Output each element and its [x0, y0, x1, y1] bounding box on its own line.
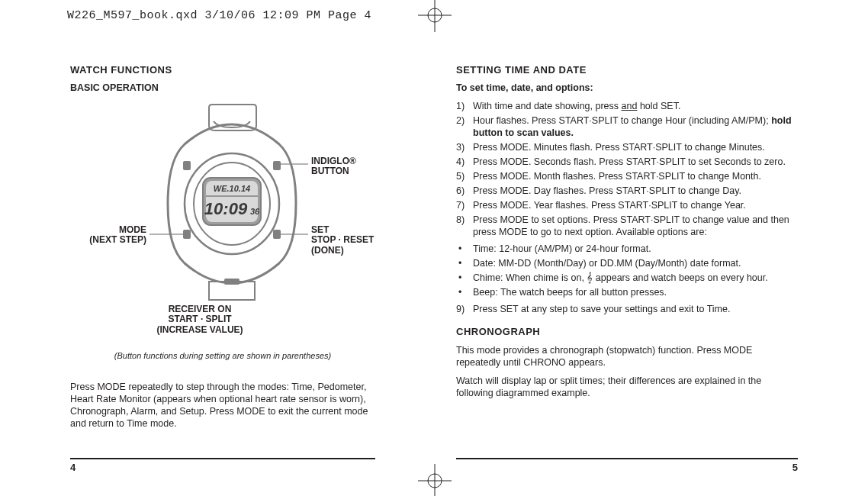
svg-rect-15 — [224, 279, 240, 285]
list-item: Date: MM-DD (Month/Day) or DD.MM (Day/Mo… — [456, 257, 798, 269]
basic-operation-body: Press MODE repeatedly to step through th… — [70, 381, 375, 430]
section-title-watch-functions: WATCH FUNCTIONS — [70, 64, 375, 77]
setting-step-9: 9)Press SET at any step to save your set… — [456, 303, 798, 315]
list-item: 6)Press MODE. Day flashes. Press START·S… — [456, 185, 798, 197]
chrono-paragraph-2: Watch will display lap or split times; t… — [456, 375, 798, 399]
watch-illustration: WE.10.14 10:09 36 — [70, 98, 375, 312]
list-item: Time: 12-hour (AM/PM) or 24-hour format. — [456, 243, 798, 255]
lcd-main-time: 10:09 — [204, 199, 248, 218]
setting-intro: To set time, date, and options: — [456, 82, 798, 94]
crop-mark-bottom — [418, 464, 452, 496]
left-column: WATCH FUNCTIONS BASIC OPERATION — [70, 64, 375, 436]
page-number-left: 4 — [70, 462, 76, 473]
section-title-chronograph: CHRONOGRAPH — [456, 326, 798, 339]
svg-rect-13 — [183, 230, 191, 239]
label-receiver-button: RECEIVER ON START · SPLIT (INCREASE VALU… — [131, 304, 268, 336]
list-item: 8)Press MODE to set options. Press START… — [456, 214, 798, 238]
lcd-top-line: WE.10.14 — [214, 184, 250, 193]
label-set-button: SET STOP · RESET (DONE) — [311, 225, 374, 256]
list-item: Beep: The watch beeps for all button pre… — [456, 286, 798, 298]
diagram-caption: (Button functions during setting are sho… — [101, 350, 345, 361]
list-item: 9)Press SET at any step to save your set… — [456, 303, 798, 315]
list-item: 4)Press MODE. Seconds flash. Press START… — [456, 156, 798, 168]
list-item: Chime: When chime is on, 𝄞 appears and w… — [456, 272, 798, 284]
list-item: 1)With time and date showing, press and … — [456, 100, 798, 112]
list-item: 2)Hour flashes. Press START·SPLIT to cha… — [456, 114, 798, 139]
svg-rect-14 — [273, 230, 281, 239]
label-mode-button: MODE (NEXT STEP) — [70, 225, 146, 246]
footer-rule-left — [70, 458, 375, 459]
svg-rect-12 — [273, 161, 281, 170]
list-item: 3)Press MODE. Minutes flash. Press START… — [456, 141, 798, 153]
manual-page-spread: W226_M597_book.qxd 3/10/06 12:09 PM Page… — [0, 0, 868, 496]
watch-diagram: WE.10.14 10:09 36 MODE (NEXT STEP) INDIG… — [70, 98, 375, 350]
chrono-paragraph-1: This mode provides a chronograph (stopwa… — [456, 344, 798, 369]
crop-mark-top — [418, 0, 452, 32]
list-item: 7)Press MODE. Year flashes. Press START·… — [456, 199, 798, 211]
list-item: 5)Press MODE. Month flashes. Press START… — [456, 170, 798, 182]
setting-steps-list: 1)With time and date showing, press and … — [456, 100, 798, 238]
label-indiglo-button: INDIGLO® BUTTON — [311, 156, 356, 178]
print-header: W226_M597_book.qxd 3/10/06 12:09 PM Page… — [67, 9, 371, 22]
footer-rule-right — [456, 458, 798, 459]
svg-rect-11 — [183, 161, 191, 170]
section-title-setting-time: SETTING TIME AND DATE — [456, 64, 798, 77]
subsection-basic-operation: BASIC OPERATION — [70, 82, 375, 94]
options-bullet-list: Time: 12-hour (AM/PM) or 24-hour format.… — [456, 243, 798, 298]
page-number-right: 5 — [792, 462, 798, 473]
right-column: SETTING TIME AND DATE To set time, date,… — [456, 64, 798, 405]
lcd-seconds: 36 — [250, 207, 260, 216]
